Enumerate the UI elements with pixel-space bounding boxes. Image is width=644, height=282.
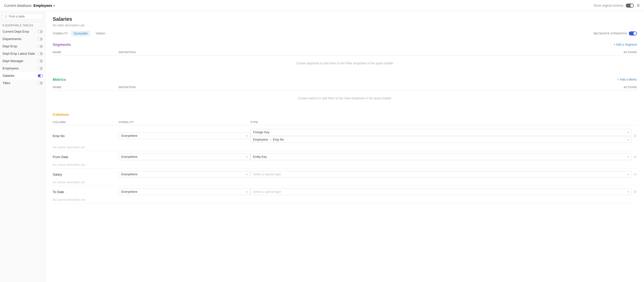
toggle-icon (38, 60, 43, 63)
sidebar-item-salaries[interactable]: Salaries (0, 72, 45, 79)
column-row-salary: Salary Everywhere ▾ Select a special typ… (53, 168, 637, 186)
db-chevron-icon[interactable]: ▾ (53, 4, 55, 8)
sidebar-item-titles[interactable]: Titles (0, 79, 45, 87)
type-select-emp-no[interactable]: Foreign Key ▾ (250, 129, 632, 136)
type-select-salary[interactable]: Select a special type ▾ (250, 171, 632, 178)
sidebar-item-label: Dept Manager (3, 59, 23, 63)
toggle-icon-active (38, 74, 43, 77)
column-visibility-to-date: Everywhere ▾ (119, 189, 250, 195)
column-name-to-date: To Date (53, 190, 119, 194)
type-value: Entity Key (253, 155, 267, 159)
visibility-left: VISIBILITY Queryable Hidden (53, 31, 108, 36)
segments-header: Segments + Add a Segment (53, 42, 637, 47)
segments-col-name: NAME (53, 51, 119, 54)
columns-table-header: COLUMN VISIBILITY TYPE (53, 119, 637, 125)
column-row-to-date: To Date Everywhere ▾ Select a special ty… (53, 186, 637, 203)
column-name-emp-no: Emp No (53, 134, 119, 138)
metrics-empty-message: Create metrics to add them to the View d… (53, 91, 637, 105)
column-gear-icon-to-date[interactable]: ⚙ (634, 190, 637, 194)
segments-title: Segments (53, 42, 71, 47)
columns-section: Columns COLUMN VISIBILITY TYPE Emp No Ev… (53, 112, 637, 203)
top-bar: Current database: Employees ▾ Show origi… (0, 0, 644, 11)
visibility-tab-queryable[interactable]: Queryable (71, 31, 90, 36)
sidebar-item-current-dept-emp[interactable]: Current Dept Emp (0, 28, 45, 35)
column-visibility-salary: Everywhere ▾ (119, 171, 250, 178)
column-name-from-date: From Date (53, 155, 119, 159)
app-container: Current database: Employees ▾ Show origi… (0, 0, 644, 282)
metadata-toggle[interactable] (629, 31, 637, 35)
visibility-select-salary[interactable]: Everywhere ▾ (119, 171, 250, 178)
column-desc-to-date: No column description yet (53, 198, 637, 203)
type-value: Foreign Key (253, 130, 270, 134)
col-header-visibility: VISIBILITY (119, 121, 250, 124)
type-select-from-date[interactable]: Entity Key ▾ (250, 154, 632, 160)
sidebar-item-label: Dept Emp Latest Date (3, 52, 35, 55)
sidebar: 8 QUERYABLE TABLES Current Dept Emp Depa… (0, 11, 46, 282)
columns-title: Columns (53, 112, 69, 117)
segments-section: Segments + Add a Segment NAME DEFINITION… (53, 42, 637, 70)
column-desc-from-date: No column description yet (53, 163, 637, 168)
sidebar-item-label: Departments (3, 37, 21, 41)
settings-gear-icon[interactable]: ⚙ (636, 3, 640, 8)
visibility-label: VISIBILITY (53, 32, 68, 35)
toggle-icon (38, 37, 43, 41)
column-visibility-emp-no: Everywhere ▾ (119, 133, 250, 139)
show-original-toggle[interactable] (626, 4, 634, 8)
page-subtitle: No table description yet (53, 24, 637, 27)
sidebar-item-dept-emp-latest-date[interactable]: Dept Emp Latest Date (0, 50, 45, 57)
sidebar-item-dept-emp[interactable]: Dept Emp (0, 43, 45, 50)
visibility-value: Everywhere (121, 190, 137, 194)
chevron-down-icon: ▾ (246, 135, 248, 137)
column-row-emp-no: Emp No Everywhere ▾ Foreign Key (53, 126, 637, 151)
visibility-row: VISIBILITY Queryable Hidden METADATA STR… (53, 31, 637, 36)
sidebar-item-label: Titles (3, 81, 10, 85)
visibility-tab-hidden[interactable]: Hidden (93, 31, 108, 36)
sidebar-item-dept-manager[interactable]: Dept Manager (0, 57, 45, 65)
metrics-col-actions: ACTIONS (617, 86, 637, 89)
type-select-to-date[interactable]: Select a special type ▾ (250, 189, 632, 195)
toggle-icon (38, 82, 43, 85)
main-layout: 8 QUERYABLE TABLES Current Dept Emp Depa… (0, 11, 644, 282)
visibility-select-to-date[interactable]: Everywhere ▾ (119, 189, 250, 195)
show-original-label: Show original schema (594, 4, 623, 7)
chevron-down-icon: ▾ (628, 156, 629, 158)
chevron-down-icon: ▾ (628, 131, 629, 134)
column-type-emp-no: Foreign Key ▾ Employees → Emp No ▾ ⚙ (250, 129, 637, 143)
top-bar-left: Current database: Employees ▾ (4, 4, 55, 8)
metrics-table-header: NAME DEFINITION ACTIONS (53, 84, 637, 90)
metrics-col-name: NAME (53, 86, 119, 89)
sidebar-item-departments[interactable]: Departments (0, 35, 45, 43)
visibility-value: Everywhere (121, 155, 137, 159)
sidebar-section-label: 8 QUERYABLE TABLES (0, 22, 45, 28)
metrics-header: Metrics + Add a Metric (53, 77, 637, 82)
search-input[interactable] (3, 13, 43, 20)
add-segment-link[interactable]: + Add a Segment (614, 43, 637, 46)
type-sub-emp-no[interactable]: Employees → Emp No ▾ (250, 137, 632, 143)
content-area: Salaries No table description yet VISIBI… (46, 11, 644, 282)
segments-table-header: NAME DEFINITION ACTIONS (53, 49, 637, 55)
type-value: Select a special type (253, 190, 281, 194)
sidebar-item-label: Current Dept Emp (3, 30, 29, 33)
sidebar-item-label: Salaries (3, 74, 14, 78)
metrics-title: Metrics (53, 77, 66, 82)
visibility-select-from-date[interactable]: Everywhere ▾ (119, 154, 250, 160)
column-row-from-date: From Date Everywhere ▾ Entity Key (53, 151, 637, 168)
toggle-icon (38, 45, 43, 48)
db-prefix: Current database: (4, 4, 32, 8)
visibility-select-emp-no[interactable]: Everywhere ▾ (119, 133, 250, 139)
chevron-down-icon: ▾ (628, 191, 629, 193)
type-value: Select a special type (253, 173, 281, 176)
column-gear-icon-emp-no[interactable]: ⚙ (634, 134, 637, 138)
segments-col-actions: ACTIONS (617, 51, 637, 54)
sidebar-item-label: Dept Emp (3, 44, 17, 48)
column-gear-icon-from-date[interactable]: ⚙ (634, 155, 637, 159)
visibility-value: Everywhere (121, 134, 137, 138)
sidebar-item-employees[interactable]: Employees (0, 65, 45, 72)
column-type-salary: Select a special type ▾ ⚙ (250, 171, 637, 178)
toggle-icon (38, 52, 43, 55)
metrics-col-definition: DEFINITION (119, 86, 617, 89)
add-metric-link[interactable]: + Add a Metric (617, 78, 637, 81)
col-header-column: COLUMN (53, 121, 119, 124)
columns-header: Columns (53, 112, 637, 117)
column-gear-icon-salary[interactable]: ⚙ (634, 172, 637, 176)
